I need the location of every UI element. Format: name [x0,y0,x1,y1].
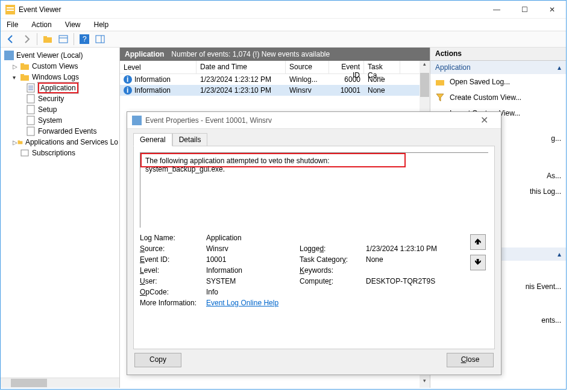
action-pane-button[interactable] [93,33,107,46]
actions-title: Actions [430,48,566,61]
pane-icon [58,34,68,44]
list-title: Application [125,50,164,58]
col-task[interactable]: Task Ca... [364,61,400,73]
help-button[interactable]: ? [78,33,91,46]
forward-button[interactable] [20,33,33,46]
folder-icon [17,137,23,147]
tree-application[interactable]: Application [2,82,118,93]
forward-arrow-icon [22,34,31,44]
tree-system[interactable]: System [2,115,118,126]
menu-help[interactable]: Help [92,19,112,30]
svg-rect-11 [4,51,14,60]
event-row-selected[interactable]: iInformation 1/23/2024 1:23:10 PM Winsrv… [120,85,430,96]
dialog-close-button[interactable]: ✕ [472,112,496,129]
menu-action[interactable]: Action [29,19,54,30]
log-icon [26,126,36,136]
tree-forwarded[interactable]: Forwarded Events [2,126,118,137]
folder-open-icon [20,72,30,82]
svg-rect-26 [21,150,28,156]
pane2-icon [95,34,105,44]
close-button[interactable]: Close [447,353,494,367]
list-count: Number of events: 1,074 (!) New events a… [171,50,330,58]
tree-setup[interactable]: Setup [2,104,118,115]
svg-rect-1 [7,7,14,8]
folder-icon [43,34,52,44]
grid-header: Level Date and Time Source Event ID Task… [120,61,430,74]
svg-text:i: i [127,75,128,84]
log-icon [26,94,36,104]
next-event-button[interactable]: 🡻 [470,255,486,270]
event-message-highlighted: The following application attempted to v… [140,153,406,167]
svg-rect-14 [20,75,29,81]
minimize-button[interactable]: — [483,1,511,19]
svg-rect-20 [27,95,34,103]
filter-icon [435,93,445,102]
back-button[interactable] [4,33,17,46]
copy-button[interactable]: Copy [134,353,181,367]
value-user: SYSTEM [206,277,300,285]
info-icon: i [124,75,132,84]
value-eventid: 10001 [206,255,300,264]
tab-details[interactable]: Details [172,133,208,146]
tree-root[interactable]: Event Viewer (Local) [2,50,118,61]
menu-view[interactable]: View [63,19,83,30]
event-log-online-help-link[interactable]: Event Log Online Help [206,299,278,307]
label-logged: Logged: [300,244,366,253]
tab-general[interactable]: General [133,133,172,146]
col-date[interactable]: Date and Time [196,61,286,73]
tree-hscrollbar[interactable] [1,378,119,388]
maximize-button[interactable]: ☐ [511,1,538,19]
prev-event-button[interactable]: 🡹 [470,234,486,250]
col-source[interactable]: Source [286,61,329,73]
app-icon [5,5,15,14]
label-logname: Log Name: [140,234,206,242]
label-computer: Computer: [300,277,366,285]
svg-rect-22 [27,116,34,125]
folder-icon [20,61,30,71]
label-level: Level: [140,266,206,275]
svg-rect-25 [18,140,20,142]
event-row[interactable]: iInformation 1/23/2024 1:23:12 PM Winlog… [120,74,430,85]
titlebar[interactable]: Event Viewer — ☐ ✕ [1,1,566,19]
tree-subscriptions[interactable]: ▷Subscriptions [2,148,118,158]
svg-rect-24 [18,141,23,144]
tree-windows-logs[interactable]: ▾Windows Logs [2,72,118,82]
value-keywords [366,266,462,275]
tree-custom-views[interactable]: ▷Custom Views [2,61,118,72]
action-open-saved-log[interactable]: Open Saved Log... [430,74,566,90]
menu-file[interactable]: File [4,19,20,30]
svg-rect-32 [132,116,142,125]
tree-apps-services[interactable]: ▷Applications and Services Lo [2,137,118,148]
actions-section-application[interactable]: Application▴ [430,61,566,74]
value-level: Information [206,266,300,275]
label-eventid: Event ID: [140,255,206,264]
menubar: File Action View Help [1,19,566,31]
col-level[interactable]: Level [120,61,196,73]
value-opcode: Info [206,288,300,296]
window-title: Event Viewer [19,5,483,14]
svg-text:?: ? [83,35,87,43]
show-hide-tree-button[interactable] [41,33,54,46]
label-keywords: Keywords: [300,266,366,275]
dialog-title: Event Properties - Event 10001, Winsrv [145,116,472,125]
col-eventid[interactable]: Event ID [329,61,364,73]
dialog-icon [132,116,142,125]
dialog-titlebar[interactable]: Event Properties - Event 10001, Winsrv ✕ [127,112,501,129]
event-message-text[interactable]: The following application attempted to v… [145,157,330,173]
action-create-custom-view[interactable]: Create Custom View... [430,90,566,105]
label-user: User: [140,277,206,285]
tree-security[interactable]: Security [2,93,118,104]
info-icon: i [124,86,132,95]
value-taskcat: None [366,255,462,264]
close-button[interactable]: ✕ [538,1,566,19]
properties-button[interactable] [57,33,70,46]
svg-rect-15 [20,74,24,76]
navigation-tree: Event Viewer (Local) ▷Custom Views ▾Wind… [1,48,120,388]
svg-rect-23 [27,127,34,135]
label-taskcat: Task Category: [300,255,366,264]
label-opcode: OpCode: [140,288,206,296]
dialog-tabstrip: General Details [133,132,495,146]
label-moreinfo: More Information: [140,299,206,307]
svg-rect-21 [27,105,34,114]
eventviewer-icon [4,51,14,60]
